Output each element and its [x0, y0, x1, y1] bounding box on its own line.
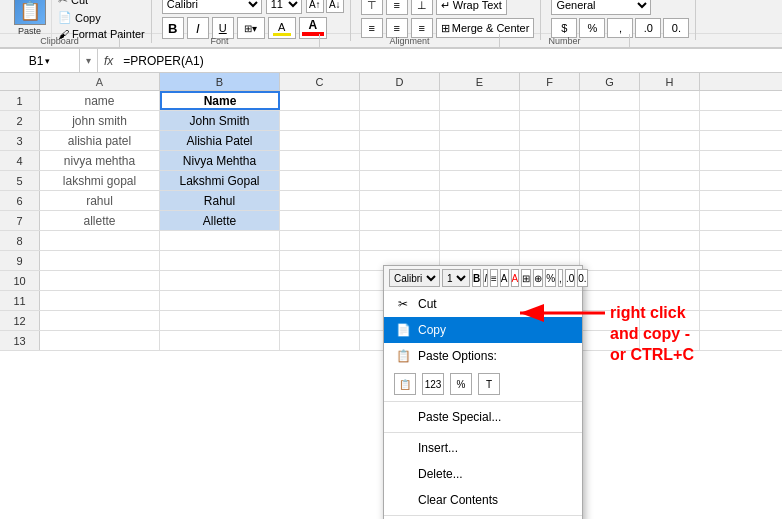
cell-h[interactable]: [640, 131, 700, 150]
cell-g[interactable]: [580, 151, 640, 170]
cell-d[interactable]: [360, 91, 440, 110]
ctx-clear[interactable]: Clear Contents: [384, 487, 582, 513]
decrease-font-button[interactable]: A↓: [326, 0, 344, 13]
cell-c[interactable]: [280, 331, 360, 350]
cell-a[interactable]: allette: [40, 211, 160, 230]
ctx-insert[interactable]: Insert...: [384, 435, 582, 461]
cell-c[interactable]: [280, 311, 360, 330]
cell-c[interactable]: [280, 291, 360, 310]
align-top-button[interactable]: ⊤: [361, 0, 383, 15]
ctx-paste-special[interactable]: Paste Special...: [384, 404, 582, 430]
formula-input[interactable]: [119, 52, 782, 70]
cell-c[interactable]: [280, 271, 360, 290]
cell-h[interactable]: [640, 91, 700, 110]
col-header-a[interactable]: A: [40, 73, 160, 90]
cell-d[interactable]: [360, 211, 440, 230]
cell-h[interactable]: [640, 271, 700, 290]
align-middle-button[interactable]: ≡: [386, 0, 408, 15]
cell-c[interactable]: [280, 251, 360, 270]
paste-opt-2[interactable]: 123: [422, 373, 444, 395]
cell-a[interactable]: name: [40, 91, 160, 110]
align-bottom-button[interactable]: ⊥: [411, 0, 433, 15]
cell-g[interactable]: [580, 251, 640, 270]
cell-b[interactable]: Rahul: [160, 191, 280, 210]
ctx-size-select[interactable]: 11: [442, 269, 470, 287]
cell-f[interactable]: [520, 151, 580, 170]
cell-a[interactable]: [40, 271, 160, 290]
number-format-select[interactable]: General: [551, 0, 651, 15]
cell-g[interactable]: [580, 171, 640, 190]
paste-opt-3[interactable]: %: [450, 373, 472, 395]
cell-b[interactable]: Name: [160, 91, 280, 110]
cell-b[interactable]: [160, 311, 280, 330]
cell-d[interactable]: [360, 111, 440, 130]
cell-g[interactable]: [580, 211, 640, 230]
cell-b[interactable]: [160, 331, 280, 350]
ctx-font-select[interactable]: Calibri: [389, 269, 440, 287]
cell-b[interactable]: [160, 231, 280, 250]
increase-decimal-button[interactable]: .0: [635, 18, 661, 38]
cell-b[interactable]: Nivya Mehtha: [160, 151, 280, 170]
ctx-bold-button[interactable]: B: [472, 269, 481, 287]
cell-h[interactable]: [640, 231, 700, 250]
col-header-f[interactable]: F: [520, 73, 580, 90]
cell-b[interactable]: [160, 271, 280, 290]
cell-c[interactable]: [280, 231, 360, 250]
cell-c[interactable]: [280, 151, 360, 170]
cell-e[interactable]: [440, 191, 520, 210]
cell-g[interactable]: [580, 131, 640, 150]
cell-d[interactable]: [360, 131, 440, 150]
cell-b[interactable]: [160, 291, 280, 310]
cell-a[interactable]: [40, 231, 160, 250]
cell-f[interactable]: [520, 211, 580, 230]
cell-e[interactable]: [440, 171, 520, 190]
cell-b[interactable]: John Smith: [160, 111, 280, 130]
copy-button[interactable]: 📄 Copy: [56, 10, 147, 25]
cell-c[interactable]: [280, 91, 360, 110]
cell-h[interactable]: [640, 151, 700, 170]
cell-a[interactable]: [40, 251, 160, 270]
col-header-e[interactable]: E: [440, 73, 520, 90]
cell-d[interactable]: [360, 231, 440, 250]
cell-f[interactable]: [520, 111, 580, 130]
col-header-c[interactable]: C: [280, 73, 360, 90]
ctx-delete[interactable]: Delete...: [384, 461, 582, 487]
cell-e[interactable]: [440, 111, 520, 130]
col-header-h[interactable]: H: [640, 73, 700, 90]
cell-h[interactable]: [640, 251, 700, 270]
cell-a[interactable]: lakshmi gopal: [40, 171, 160, 190]
paste-opt-1[interactable]: 📋: [394, 373, 416, 395]
cell-c[interactable]: [280, 211, 360, 230]
cell-a[interactable]: [40, 291, 160, 310]
ctx-fill-button[interactable]: A: [500, 269, 509, 287]
cell-b[interactable]: Lakshmi Gopal: [160, 171, 280, 190]
cell-a[interactable]: nivya mehtha: [40, 151, 160, 170]
col-header-g[interactable]: G: [580, 73, 640, 90]
cell-e[interactable]: [440, 231, 520, 250]
ctx-align-left-button[interactable]: ≡: [490, 269, 498, 287]
col-header-b[interactable]: B: [160, 73, 280, 90]
cell-e[interactable]: [440, 151, 520, 170]
cell-h[interactable]: [640, 111, 700, 130]
increase-font-button[interactable]: A↑: [306, 0, 324, 13]
cell-a[interactable]: [40, 331, 160, 350]
cell-g[interactable]: [580, 91, 640, 110]
cell-ref-dropdown-icon[interactable]: ▾: [45, 56, 50, 66]
cell-c[interactable]: [280, 111, 360, 130]
cell-a[interactable]: john smith: [40, 111, 160, 130]
cell-e[interactable]: [440, 211, 520, 230]
cell-g[interactable]: [580, 231, 640, 250]
cell-b[interactable]: Allette: [160, 211, 280, 230]
cell-f[interactable]: [520, 191, 580, 210]
cell-g[interactable]: [580, 191, 640, 210]
cell-b[interactable]: Alishia Patel: [160, 131, 280, 150]
cell-c[interactable]: [280, 171, 360, 190]
cell-b[interactable]: [160, 251, 280, 270]
cell-a[interactable]: alishia patel: [40, 131, 160, 150]
cell-a[interactable]: [40, 311, 160, 330]
cell-d[interactable]: [360, 191, 440, 210]
cell-f[interactable]: [520, 91, 580, 110]
cell-f[interactable]: [520, 131, 580, 150]
cell-d[interactable]: [360, 151, 440, 170]
cell-f[interactable]: [520, 231, 580, 250]
